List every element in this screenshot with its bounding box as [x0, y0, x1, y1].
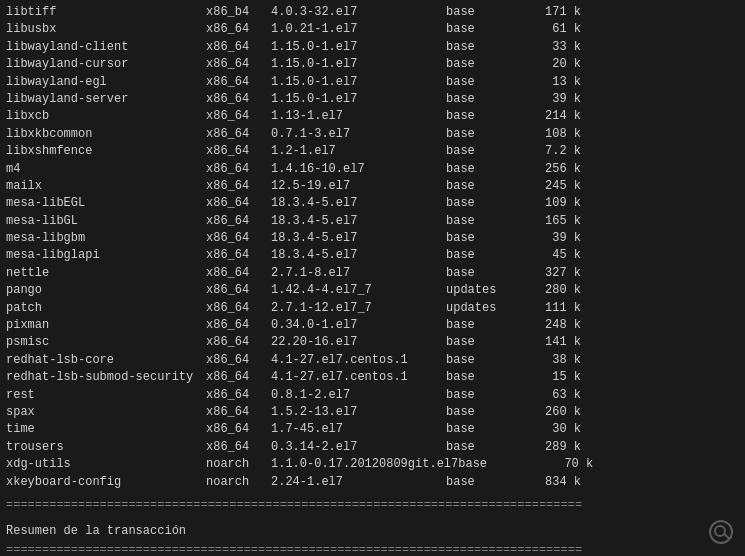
- list-item: rest x86_64 0.8.1-2.el7 base 63 k: [6, 387, 739, 404]
- list-item: xkeyboard-config noarch 2.24-1.el7 base …: [6, 474, 739, 491]
- list-item: libwayland-client x86_64 1.15.0-1.el7 ba…: [6, 39, 739, 56]
- list-item: patch x86_64 2.7.1-12.el7_7 updates 111 …: [6, 300, 739, 317]
- list-item: libwayland-egl x86_64 1.15.0-1.el7 base …: [6, 74, 739, 91]
- list-item: trousers x86_64 0.3.14-2.el7 base 289 k: [6, 439, 739, 456]
- list-item: redhat-lsb-submod-security x86_64 4.1-27…: [6, 369, 739, 386]
- separator-line-2: ========================================…: [6, 542, 739, 556]
- terminal: libtiff x86_b4 4.0.3-32.el7 base 171 k l…: [0, 0, 745, 556]
- list-item: psmisc x86_64 22.20-16.el7 base 141 k: [6, 334, 739, 351]
- list-item: libwayland-server x86_64 1.15.0-1.el7 ba…: [6, 91, 739, 108]
- list-item: mesa-libgbm x86_64 18.3.4-5.el7 base 39 …: [6, 230, 739, 247]
- list-item: mailx x86_64 12.5-19.el7 base 245 k: [6, 178, 739, 195]
- list-item: spax x86_64 1.5.2-13.el7 base 260 k: [6, 404, 739, 421]
- list-item: libtiff x86_b4 4.0.3-32.el7 base 171 k: [6, 4, 739, 21]
- list-item: libusbx x86_64 1.0.21-1.el7 base 61 k: [6, 21, 739, 38]
- list-item: mesa-libGL x86_64 18.3.4-5.el7 base 165 …: [6, 213, 739, 230]
- list-item: xdg-utils noarch 1.1.0-0.17.20120809git.…: [6, 456, 739, 473]
- list-item: redhat-lsb-core x86_64 4.1-27.el7.centos…: [6, 352, 739, 369]
- list-item: mesa-libEGL x86_64 18.3.4-5.el7 base 109…: [6, 195, 739, 212]
- separator-line: ========================================…: [6, 495, 739, 517]
- list-item: pango x86_64 1.42.4-4.el7_7 updates 280 …: [6, 282, 739, 299]
- list-item: pixman x86_64 0.34.0-1.el7 base 248 k: [6, 317, 739, 334]
- list-item: mesa-libglapi x86_64 18.3.4-5.el7 base 4…: [6, 247, 739, 264]
- search-icon[interactable]: [709, 520, 733, 544]
- list-item: time x86_64 1.7-45.el7 base 30 k: [6, 421, 739, 438]
- list-item: m4 x86_64 1.4.16-10.el7 base 256 k: [6, 161, 739, 178]
- list-item: libxcb x86_64 1.13-1.el7 base 214 k: [6, 108, 739, 125]
- list-item: libwayland-cursor x86_64 1.15.0-1.el7 ba…: [6, 56, 739, 73]
- list-item: libxshmfence x86_64 1.2-1.el7 base 7.2 k: [6, 143, 739, 160]
- package-list: libtiff x86_b4 4.0.3-32.el7 base 171 k l…: [6, 4, 739, 491]
- list-item: nettle x86_64 2.7.1-8.el7 base 327 k: [6, 265, 739, 282]
- transaction-summary-title: Resumen de la transacción: [6, 521, 739, 543]
- list-item: libxkbcommon x86_64 0.7.1-3.el7 base 108…: [6, 126, 739, 143]
